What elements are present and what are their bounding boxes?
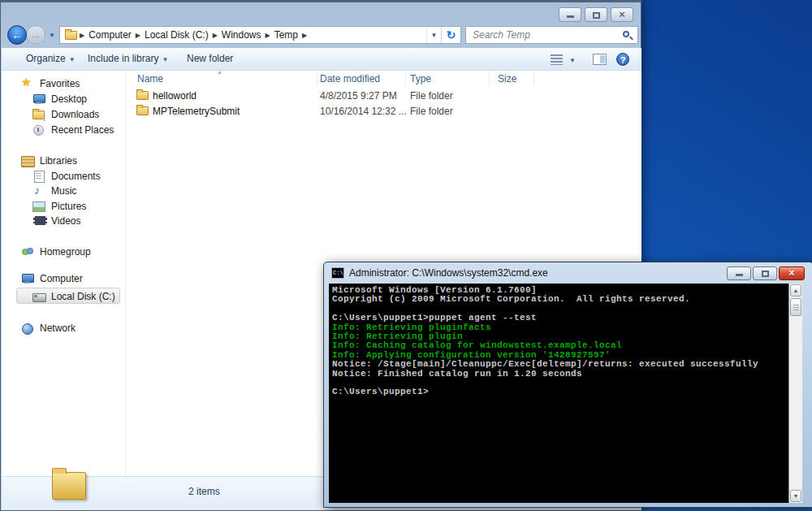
column-header-type[interactable]: Type (410, 73, 431, 84)
cmd-titlebar[interactable]: C:\ Administrator: C:\Windows\system32\c… (324, 262, 812, 284)
cmd-maximize-button[interactable] (753, 266, 777, 280)
sidebar-item-libraries[interactable]: Libraries (21, 154, 77, 168)
column-header-size[interactable]: Size (498, 73, 516, 84)
breadcrumb-windows[interactable]: Windows (219, 29, 264, 41)
homegroup-icon (21, 245, 34, 258)
breadcrumb-computer[interactable]: Computer (86, 29, 134, 41)
sidebar-item-pictures[interactable]: Pictures (32, 199, 86, 214)
breadcrumb-separator-icon: ▶ (264, 32, 272, 39)
console-line: C:\Users\puppet1>puppet agent --test (332, 314, 788, 323)
recent-pages-dropdown[interactable]: ▼ (49, 32, 55, 39)
breadcrumb-temp[interactable]: Temp (272, 29, 300, 41)
minimize-icon (736, 274, 743, 276)
console-line: Notice: Finished catalog run in 1.20 sec… (332, 370, 788, 379)
breadcrumb-separator-icon: ▶ (300, 32, 309, 39)
include-in-library-menu[interactable]: Include in library▼ (88, 53, 168, 64)
console-line: Notice: /Stage[main]/Cleanuppc/Exec[delt… (332, 360, 788, 369)
breadcrumb-local-disk[interactable]: Local Disk (C:) (142, 29, 211, 41)
close-icon: × (780, 267, 804, 279)
forward-button[interactable]: → (26, 25, 45, 45)
sidebar-divider (125, 71, 126, 476)
items-count-label: 2 items (188, 486, 220, 497)
favorites-star-icon (21, 77, 34, 90)
preview-pane-icon[interactable] (593, 54, 607, 65)
address-folder-icon (65, 31, 77, 40)
scrollbar-thumb[interactable] (790, 298, 801, 316)
cmd-close-button[interactable]: × (779, 266, 805, 280)
views-dropdown-icon[interactable]: ▼ (569, 57, 576, 64)
folder-icon (136, 91, 149, 100)
desktop-background: × ← → ▼ ▶ Computer ▶ Local Disk (C:) ▶ W… (0, 0, 812, 511)
chevron-down-icon: ▼ (162, 56, 168, 63)
back-button[interactable]: ← (7, 25, 27, 45)
close-icon: × (611, 8, 633, 21)
scroll-down-icon[interactable]: ▼ (790, 490, 801, 502)
column-header-date-modified[interactable]: Date modified (320, 73, 380, 84)
cmd-window-controls: × (727, 266, 805, 280)
new-folder-button[interactable]: New folder (187, 53, 233, 64)
music-icon (32, 184, 45, 197)
help-icon[interactable]: ? (616, 53, 629, 66)
sidebar-item-documents[interactable]: Documents (32, 169, 101, 184)
documents-icon (32, 170, 45, 183)
organize-menu[interactable]: Organize▼ (26, 53, 76, 64)
column-header-name[interactable]: Name (137, 73, 163, 84)
sidebar-item-music[interactable]: Music (32, 184, 76, 198)
sidebar-item-recent-places[interactable]: Recent Places (32, 123, 114, 137)
maximize-button[interactable] (585, 7, 607, 22)
cmd-icon: C:\ (331, 267, 344, 279)
network-icon (21, 322, 34, 335)
maximize-icon (593, 12, 600, 19)
column-divider[interactable] (317, 72, 317, 86)
search-box (465, 26, 638, 44)
local-disk-icon (32, 290, 45, 303)
videos-icon (32, 214, 45, 227)
sidebar-item-videos[interactable]: Videos (32, 214, 80, 228)
desktop-icon (32, 93, 45, 106)
search-icon (623, 31, 629, 37)
sort-ascending-icon: ▲ (217, 69, 222, 75)
address-dropdown-icon[interactable]: ▼ (426, 27, 441, 43)
explorer-window-controls: × (559, 7, 633, 22)
refresh-icon[interactable]: ↻ (441, 27, 460, 43)
console-line: Copyright (c) 2009 Microsoft Corporation… (332, 295, 788, 304)
console-prompt-line: C:\Users\puppet1> (332, 388, 788, 396)
folder-icon (136, 106, 149, 115)
pictures-icon (32, 200, 45, 213)
selected-folder-icon (52, 472, 86, 500)
cmd-window-title: Administrator: C:\Windows\system32\cmd.e… (349, 267, 548, 279)
scroll-up-icon[interactable]: ▲ (790, 284, 801, 297)
cmd-minimize-button[interactable] (727, 266, 751, 280)
search-input[interactable] (473, 28, 611, 42)
sidebar-item-computer[interactable]: Computer (21, 271, 83, 286)
console-output[interactable]: Microsoft Windows [Version 6.1.7600] Cop… (329, 284, 788, 503)
recent-places-icon (32, 123, 45, 136)
computer-icon (21, 272, 34, 285)
sidebar-item-local-disk[interactable]: Local Disk (C:) (32, 289, 115, 304)
maximize-icon (762, 271, 769, 277)
downloads-icon: ↓ (32, 108, 45, 121)
file-row-mptelemetrysubmit[interactable]: MPTelemetrySubmit 10/16/2014 12:32 ... F… (126, 104, 641, 119)
file-row-helloworld[interactable]: helloworld 4/8/2015 9:27 PM File folder (126, 89, 641, 104)
minimize-button[interactable] (559, 7, 581, 22)
breadcrumb-separator-icon: ▶ (211, 32, 219, 39)
sidebar-item-desktop[interactable]: Desktop (32, 92, 87, 106)
change-view-icon[interactable] (551, 54, 563, 65)
sidebar-item-downloads[interactable]: ↓ Downloads (32, 107, 99, 122)
sidebar-item-favorites[interactable]: Favorites (21, 76, 80, 91)
libraries-icon (21, 154, 34, 167)
sidebar-item-homegroup[interactable]: Homegroup (21, 245, 91, 259)
column-divider[interactable] (489, 72, 490, 86)
column-header-row: Name ▲ Date modified Type Size (126, 71, 641, 88)
column-divider[interactable] (533, 72, 534, 86)
breadcrumb-separator-icon: ▶ (134, 32, 142, 39)
chevron-down-icon: ▼ (69, 56, 76, 63)
command-toolbar: Organize▼ Include in library▼ New folder… (2, 48, 641, 71)
sidebar-item-network[interactable]: Network (21, 321, 76, 336)
close-button[interactable]: × (611, 7, 633, 22)
breadcrumb-separator-icon: ▶ (78, 32, 86, 39)
console-scrollbar[interactable]: ▲ ▼ (788, 284, 802, 503)
minimize-icon (567, 15, 574, 18)
address-bar[interactable]: ▶ Computer ▶ Local Disk (C:) ▶ Windows ▶… (59, 26, 461, 44)
column-divider[interactable] (405, 72, 406, 86)
